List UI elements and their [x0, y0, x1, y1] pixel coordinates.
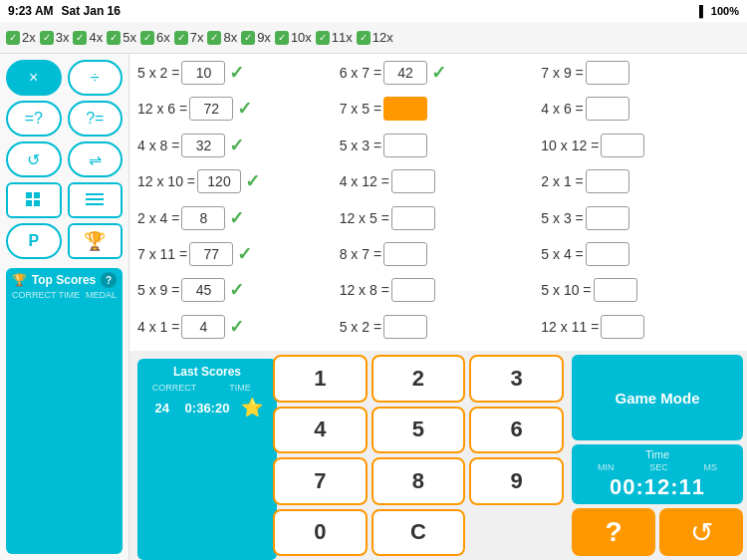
eq-left: 5 x 3 =	[340, 138, 381, 153]
answer-input[interactable]	[181, 315, 225, 339]
mult-item-8x[interactable]: ✓8x	[207, 30, 237, 45]
svg-rect-2	[26, 200, 32, 206]
eq-left: 5 x 2 =	[340, 319, 381, 335]
answer-input[interactable]	[391, 278, 435, 302]
timer-bottom-buttons: ? ↺	[572, 508, 743, 556]
divide-btn[interactable]: ÷	[68, 60, 124, 96]
equation-item: 12 x 6 = ✓	[137, 94, 336, 124]
mult-item-7x[interactable]: ✓7x	[174, 30, 204, 45]
equation-item: 4 x 6 =	[541, 94, 739, 124]
checkbox-icon: ✓	[140, 31, 154, 45]
help-btn[interactable]: ?	[572, 508, 655, 556]
view-row	[6, 182, 123, 218]
multiplier-bar: ✓2x✓3x✓4x✓5x✓6x✓7x✓8x✓9x✓10x✓11x✓12x	[0, 22, 747, 54]
mult-item-2x[interactable]: ✓2x	[6, 30, 36, 45]
svg-rect-4	[86, 193, 104, 195]
top-scores-help-btn[interactable]: ?	[101, 272, 117, 288]
answer-input[interactable]	[601, 315, 644, 339]
eq-left: 12 x 8 =	[340, 282, 389, 298]
answer-input[interactable]	[181, 134, 225, 157]
checkbox-icon: ✓	[174, 31, 188, 45]
status-date: Sat Jan 16	[62, 4, 121, 18]
answer-input[interactable]	[586, 242, 629, 266]
svg-rect-3	[34, 200, 40, 206]
min-label: MIN	[598, 462, 615, 472]
mult-item-3x[interactable]: ✓3x	[40, 30, 70, 45]
top-scores-header: 🏆 Top Scores ?	[12, 272, 117, 288]
trophy-btn[interactable]: 🏆	[68, 223, 124, 259]
top-scores-columns: CORRECT TIME MEDAL	[12, 290, 117, 300]
answer-input[interactable]	[181, 206, 225, 230]
equation-item: 7 x 11 = ✓	[137, 239, 336, 269]
numpad-btn-3[interactable]: 3	[469, 355, 564, 403]
timer-sub-labels: MIN SEC MS	[580, 462, 735, 472]
eq-left: 4 x 6 =	[541, 101, 583, 117]
list-btn[interactable]	[68, 182, 124, 218]
mult-item-4x[interactable]: ✓4x	[73, 30, 103, 45]
mult-item-9x[interactable]: ✓9x	[241, 30, 271, 45]
answer-input[interactable]	[383, 134, 427, 157]
answer-input[interactable]	[181, 61, 225, 85]
mult-item-11x[interactable]: ✓11x	[316, 30, 353, 45]
equation-item: 12 x 11 =	[541, 312, 739, 342]
numpad-btn-0[interactable]: 0	[273, 509, 368, 557]
equals-btn[interactable]: =?	[6, 101, 62, 137]
mult-item-5x[interactable]: ✓5x	[107, 30, 136, 45]
answer-input[interactable]	[383, 97, 427, 121]
answer-input[interactable]	[586, 206, 629, 230]
eq-left: 8 x 7 =	[340, 246, 381, 262]
status-bar: 9:23 AM Sat Jan 16 ▌ 100%	[0, 0, 747, 22]
checkbox-icon: ✓	[241, 31, 255, 45]
numpad-btn-6[interactable]: 6	[469, 407, 564, 454]
numpad-btn-5[interactable]: 5	[372, 407, 466, 454]
answer-input[interactable]	[594, 278, 637, 302]
grid-btn[interactable]	[6, 182, 62, 218]
numpad-btn-2[interactable]: 2	[372, 355, 466, 403]
answer-input[interactable]	[586, 61, 629, 85]
player-btn[interactable]: P	[6, 223, 62, 259]
last-scores-title: Last Scores	[143, 365, 271, 379]
numpad-btn-7[interactable]: 7	[273, 457, 368, 505]
shuffle-btn[interactable]: ⇌	[68, 141, 124, 177]
repeat-btn[interactable]: ↺	[6, 141, 62, 177]
checkbox-icon: ✓	[316, 31, 330, 45]
numpad-btn-4[interactable]: 4	[273, 407, 368, 454]
answer-input[interactable]	[383, 242, 427, 266]
mult-item-12x[interactable]: ✓12x	[357, 30, 393, 45]
mult-item-10x[interactable]: ✓10x	[275, 30, 312, 45]
game-mode-title: Game Mode	[572, 355, 743, 440]
mult-item-6x[interactable]: ✓6x	[140, 30, 170, 45]
multiply-btn[interactable]: ×	[6, 60, 62, 96]
numpad-btn-9[interactable]: 9	[469, 457, 564, 505]
reset-btn[interactable]: ↺	[659, 508, 743, 556]
checkbox-icon: ✓	[6, 31, 20, 45]
equation-item: 10 x 12 =	[541, 131, 739, 160]
numpad-btn-8[interactable]: 8	[372, 457, 466, 505]
answer-input[interactable]	[601, 134, 644, 157]
last-scores-columns: CORRECT TIME	[143, 383, 271, 393]
answer-input[interactable]	[586, 169, 629, 193]
equation-item: 5 x 3 =	[541, 203, 739, 233]
checkbox-icon: ✓	[40, 31, 54, 45]
check-mark: ✓	[237, 98, 252, 120]
answer-input[interactable]	[391, 206, 435, 230]
answer-input[interactable]	[383, 315, 427, 339]
answer-input[interactable]	[189, 242, 233, 266]
unknown-btn[interactable]: ?=	[68, 101, 124, 137]
numpad-btn-c[interactable]: C	[372, 509, 466, 557]
checkbox-icon: ✓	[73, 31, 87, 45]
answer-input[interactable]	[189, 97, 233, 121]
answer-input[interactable]	[181, 278, 225, 302]
equation-item: 2 x 4 = ✓	[137, 203, 336, 233]
equation-item: 4 x 8 = ✓	[137, 131, 336, 160]
answer-input[interactable]	[197, 169, 241, 193]
equation-item: 12 x 10 = ✓	[137, 166, 336, 196]
ls-col-time: TIME	[209, 383, 271, 393]
numpad-btn-1[interactable]: 1	[273, 355, 368, 403]
eq-left: 12 x 11 =	[541, 319, 599, 335]
answer-input[interactable]	[383, 61, 427, 85]
top-scores-panel: 🏆 Top Scores ? CORRECT TIME MEDAL	[6, 268, 123, 554]
answer-input[interactable]	[586, 97, 629, 121]
answer-input[interactable]	[391, 169, 435, 193]
equation-item: 7 x 9 =	[541, 58, 739, 88]
